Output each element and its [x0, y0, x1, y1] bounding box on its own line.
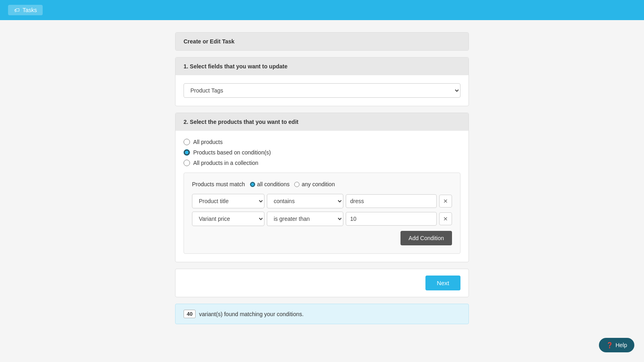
section2-panel: 2. Select the products that you want to … [175, 113, 469, 262]
conditions-box: Products must match all conditions any c… [184, 173, 460, 254]
next-button[interactable]: Next [425, 276, 460, 290]
main-container: Create or Edit Task 1. Select fields tha… [175, 32, 469, 324]
field-select[interactable]: Product Tags [184, 83, 460, 98]
help-button[interactable]: ❓ Help [599, 338, 634, 352]
close-icon: ✕ [443, 198, 448, 204]
radio-all-in-collection-input[interactable] [184, 160, 190, 166]
condition1-field-wrapper: Product title Variant price Product type… [192, 194, 264, 208]
tasks-nav-button[interactable]: 🏷 Tasks [8, 5, 43, 15]
match-any-condition-label: any condition [301, 181, 335, 187]
condition1-remove-button[interactable]: ✕ [439, 195, 452, 208]
help-label: Help [615, 342, 627, 348]
radio-all-in-collection-label: All products in a collection [193, 160, 258, 166]
status-message: variant(s) found matching your condition… [199, 311, 303, 317]
status-bar: 40 variant(s) found matching your condit… [175, 304, 469, 324]
add-condition-button[interactable]: Add Condition [400, 231, 452, 245]
condition1-field-select[interactable]: Product title Variant price Product type… [192, 194, 264, 208]
condition-row-1: Product title Variant price Product type… [192, 194, 452, 208]
condition1-value-input[interactable] [346, 194, 437, 208]
product-selection-radio-group: All products Products based on condition… [184, 139, 460, 166]
condition2-field-select[interactable]: Product title Variant price Product type… [192, 212, 264, 226]
match-all-conditions-input[interactable] [250, 182, 255, 187]
next-row: Next [175, 269, 469, 297]
close-icon: ✕ [443, 216, 448, 222]
top-nav: 🏷 Tasks [0, 0, 644, 20]
conditions-match-label: Products must match [192, 181, 245, 187]
condition1-operator-select[interactable]: contains does not contain is equal to is… [267, 194, 343, 208]
condition2-remove-button[interactable]: ✕ [439, 212, 452, 225]
radio-based-on-conditions-label: Products based on condition(s) [193, 149, 271, 156]
section1-panel: 1. Select fields that you want to update… [175, 57, 469, 106]
condition1-operator-wrapper: contains does not contain is equal to is… [267, 194, 343, 208]
add-condition-row: Add Condition [192, 231, 452, 245]
match-any-condition-input[interactable] [294, 182, 299, 187]
condition2-value-input[interactable] [346, 212, 437, 226]
match-all-conditions[interactable]: all conditions [250, 181, 290, 187]
tasks-nav-label: Tasks [23, 7, 37, 13]
condition-row-2: Product title Variant price Product type… [192, 212, 452, 226]
section1-body: Product Tags [175, 75, 469, 106]
section1-header: 1. Select fields that you want to update [175, 58, 469, 75]
radio-based-on-conditions[interactable]: Products based on condition(s) [184, 149, 460, 156]
radio-all-products-input[interactable] [184, 139, 190, 145]
match-any-condition[interactable]: any condition [294, 181, 335, 187]
page-title: Create or Edit Task [175, 33, 469, 50]
condition2-operator-wrapper: is greater than is less than is equal to… [267, 212, 343, 226]
match-all-conditions-label: all conditions [257, 181, 290, 187]
tag-icon: 🏷 [14, 7, 20, 13]
condition2-operator-select[interactable]: is greater than is less than is equal to… [267, 212, 343, 226]
variant-count-badge: 40 [184, 310, 196, 318]
radio-based-on-conditions-input[interactable] [184, 149, 190, 156]
radio-all-in-collection[interactable]: All products in a collection [184, 160, 460, 166]
radio-all-products-label: All products [193, 139, 223, 145]
section2-header: 2. Select the products that you want to … [175, 113, 469, 131]
condition2-field-wrapper: Product title Variant price Product type… [192, 212, 264, 226]
radio-all-products[interactable]: All products [184, 139, 460, 145]
help-icon: ❓ [606, 342, 613, 348]
conditions-match-row: Products must match all conditions any c… [192, 181, 452, 187]
create-edit-panel: Create or Edit Task [175, 32, 469, 51]
section2-body: All products Products based on condition… [175, 131, 469, 262]
